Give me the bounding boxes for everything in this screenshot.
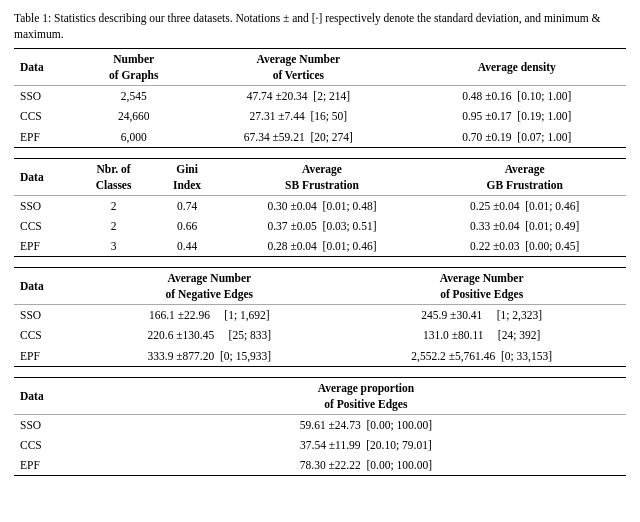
col-avg-vertices: Average Numberof Vertices	[189, 49, 407, 86]
col-avg-density: Average density	[408, 49, 626, 86]
table-3: Data Average Numberof Negative Edges Ave…	[14, 267, 626, 366]
col-nbr-classes: Nbr. ofClasses	[74, 158, 154, 195]
col-data-t4: Data	[14, 377, 106, 414]
col-avg-neg-edges: Average Numberof Negative Edges	[81, 268, 337, 305]
table-2: Data Nbr. ofClasses GiniIndex AverageSB …	[14, 158, 626, 257]
col-avg-pos-edges: Average Numberof Positive Edges	[337, 268, 626, 305]
col-data-t1: Data	[14, 49, 78, 86]
table-row: SSO 166.1 ±22.96 [1; 1,692] 245.9 ±30.41…	[14, 305, 626, 326]
table-1: Data Numberof Graphs Average Numberof Ve…	[14, 48, 626, 147]
table-row: SSO 2,545 47.74 ±20.34 [2; 214] 0.48 ±0.…	[14, 86, 626, 107]
col-avg-prop-pos: Average proportionof Positive Edges	[106, 377, 626, 414]
table-row: EPF 333.9 ±877.20 [0; 15,933] 2,552.2 ±5…	[14, 346, 626, 367]
col-gb-frust: AverageGB Frustration	[423, 158, 626, 195]
table-caption: Table 1: Statistics describing our three…	[14, 10, 626, 42]
table-row: CCS 2 0.66 0.37 ±0.05 [0.03; 0.51] 0.33 …	[14, 216, 626, 236]
table-row: SSO 59.61 ±24.73 [0.00; 100.00]	[14, 414, 626, 435]
table-row: CCS 37.54 ±11.99 [20.10; 79.01]	[14, 435, 626, 455]
table-row: EPF 6,000 67.34 ±59.21 [20; 274] 0.70 ±0…	[14, 127, 626, 148]
table-row: CCS 220.6 ±130.45 [25; 833] 131.0 ±80.11…	[14, 325, 626, 345]
col-sb-frust: AverageSB Frustration	[221, 158, 424, 195]
col-data-t3: Data	[14, 268, 81, 305]
table-row: SSO 2 0.74 0.30 ±0.04 [0.01; 0.48] 0.25 …	[14, 195, 626, 216]
table-4: Data Average proportionof Positive Edges…	[14, 377, 626, 476]
col-gini: GiniIndex	[154, 158, 221, 195]
table-row: EPF 3 0.44 0.28 ±0.04 [0.01; 0.46] 0.22 …	[14, 236, 626, 257]
table-row: CCS 24,660 27.31 ±7.44 [16; 50] 0.95 ±0.…	[14, 106, 626, 126]
table-row: EPF 78.30 ±22.22 [0.00; 100.00]	[14, 455, 626, 476]
col-num-graphs: Numberof Graphs	[78, 49, 189, 86]
col-data-t2: Data	[14, 158, 74, 195]
